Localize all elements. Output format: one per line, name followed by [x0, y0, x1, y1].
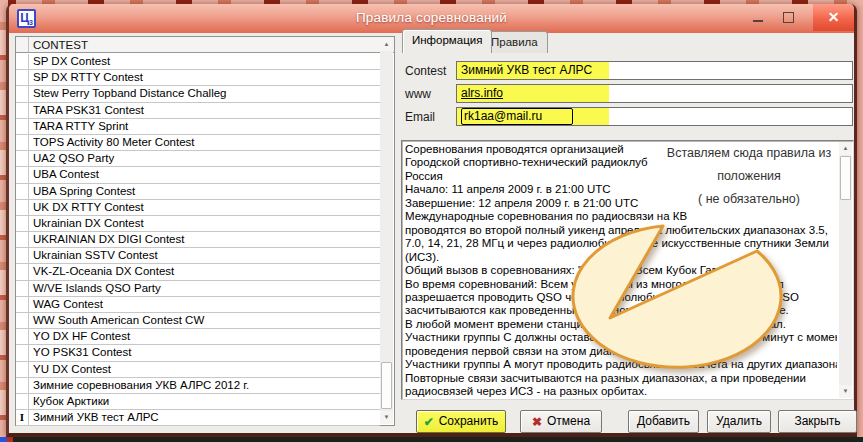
- contest-column-header: CONTEST: [29, 37, 394, 52]
- rules-text: Соревнования проводятся организацией Гор…: [405, 143, 837, 397]
- scroll-up-icon[interactable]: ▲: [380, 38, 393, 51]
- list-item[interactable]: WW South American Contest CW: [16, 313, 380, 329]
- email-input[interactable]: rk1aa@mail.ru: [456, 107, 853, 126]
- list-item[interactable]: TARA PSK31 Contest: [16, 103, 380, 119]
- list-item[interactable]: UK DX RTTY Contest: [16, 200, 380, 216]
- indicator-column-header: [16, 37, 29, 52]
- list-item[interactable]: UBA Spring Contest: [16, 184, 380, 200]
- list-item-label: VK-ZL-Oceania DX Contest: [29, 264, 380, 279]
- row-indicator: [16, 329, 29, 344]
- row-indicator: [16, 394, 29, 409]
- minimize-icon: [753, 20, 763, 22]
- close-dialog-button[interactable]: Закрыть: [778, 410, 857, 433]
- list-item[interactable]: UBA Contest: [16, 167, 380, 183]
- row-indicator: [16, 232, 29, 247]
- list-item-label: SP DX Contest: [29, 54, 380, 69]
- list-item[interactable]: SP DX Contest: [16, 54, 380, 70]
- row-indicator: [16, 200, 29, 215]
- close-button[interactable]: ✕: [813, 4, 854, 31]
- list-item-label: YO PSK31 Contest: [29, 345, 380, 360]
- list-item[interactable]: Stew Perry Topband Distance Challeg: [16, 86, 380, 102]
- cross-icon: ✖: [532, 415, 542, 429]
- row-indicator: [16, 167, 29, 182]
- save-button[interactable]: ✔Сохранить: [416, 410, 506, 433]
- row-indicator: [16, 297, 29, 312]
- list-item[interactable]: TOPS Activity 80 Meter Contest: [16, 135, 380, 151]
- list-item[interactable]: YO DX HF Contest: [16, 329, 380, 345]
- row-indicator: [16, 135, 29, 150]
- list-item[interactable]: I Зимний УКВ тест АЛРС: [16, 410, 380, 426]
- maximize-button[interactable]: [774, 4, 802, 31]
- desktop-pixel-blue: [0, 437, 7, 442]
- list-item-label: TARA PSK31 Contest: [29, 103, 380, 118]
- add-button[interactable]: Добавить: [628, 410, 699, 433]
- list-item-label: UBA Contest: [29, 167, 380, 182]
- cancel-button[interactable]: ✖Отмена: [520, 410, 602, 433]
- contest-input[interactable]: Зимний УКВ тест АЛРС: [456, 61, 853, 80]
- list-item-label: Stew Perry Topband Distance Challeg: [29, 86, 380, 101]
- email-label: Email: [405, 110, 435, 124]
- list-item[interactable]: Кубок Арктики: [16, 394, 380, 410]
- scroll-up-icon[interactable]: ▲: [839, 142, 852, 155]
- row-indicator: [16, 103, 29, 118]
- desktop-background-bottom: [0, 437, 863, 442]
- grid-body: SP DX Contest SP DX RTTY Contest Stew Pe…: [16, 54, 380, 425]
- www-label: www: [405, 87, 431, 101]
- list-item-label: Кубок Арктики: [29, 394, 380, 409]
- grid-scrollbar-thumb[interactable]: [381, 362, 392, 409]
- row-indicator: [16, 378, 29, 393]
- grid-header: CONTEST: [16, 37, 394, 53]
- www-input[interactable]: alrs.info: [456, 84, 853, 103]
- email-value: rk1aa@mail.ru: [461, 108, 573, 125]
- desktop-pixel-red: [7, 437, 13, 442]
- list-item[interactable]: WAG Contest: [16, 297, 380, 313]
- row-indicator: [16, 70, 29, 85]
- delete-button[interactable]: Удалить: [707, 410, 771, 433]
- list-item[interactable]: SP DX RTTY Contest: [16, 70, 380, 86]
- list-item[interactable]: UKRAINIAN DX DIGI Contest: [16, 232, 380, 248]
- list-item-label: TARA RTTY Sprint: [29, 119, 380, 134]
- list-item-label: UA2 QSO Party: [29, 151, 380, 166]
- scroll-down-icon[interactable]: ▼: [380, 411, 393, 424]
- list-item[interactable]: YO PSK31 Contest: [16, 345, 380, 361]
- row-indicator: [16, 362, 29, 377]
- contest-label: Contest: [405, 64, 446, 78]
- close-icon: ✕: [828, 9, 840, 25]
- list-item[interactable]: VK-ZL-Oceania DX Contest: [16, 264, 380, 280]
- list-item[interactable]: Ukrainian DX Contest: [16, 216, 380, 232]
- row-indicator: [16, 313, 29, 328]
- list-item-label: UBA Spring Contest: [29, 184, 380, 199]
- minimize-button[interactable]: [744, 4, 772, 31]
- row-indicator: [16, 281, 29, 296]
- row-indicator: [16, 184, 29, 199]
- list-item[interactable]: Зимние соревнования УКВ АЛРС 2012 г.: [16, 378, 380, 394]
- list-item-label: UKRAINIAN DX DIGI Contest: [29, 232, 380, 247]
- row-indicator: [16, 345, 29, 360]
- memo-scrollbar[interactable]: ▲ ▼: [839, 142, 852, 398]
- rules-textarea[interactable]: Соревнования проводятся организацией Гор…: [401, 140, 854, 400]
- row-indicator: [16, 264, 29, 279]
- list-item-label: WAG Contest: [29, 297, 380, 312]
- grid-scrollbar[interactable]: ▲ ▼: [380, 38, 393, 424]
- row-indicator: [16, 54, 29, 69]
- list-item-label: Зимний УКВ тест АЛРС: [29, 410, 380, 425]
- list-item-label: Ukrainian SSTV Contest: [29, 248, 380, 263]
- list-item[interactable]: W/VE Islands QSO Party: [16, 281, 380, 297]
- scroll-down-icon[interactable]: ▼: [839, 385, 852, 398]
- list-item[interactable]: UA2 QSO Party: [16, 151, 380, 167]
- row-indicator: [16, 216, 29, 231]
- contest-value: Зимний УКВ тест АЛРС: [461, 63, 592, 77]
- row-indicator: [16, 86, 29, 101]
- list-item-label: SP DX RTTY Contest: [29, 70, 380, 85]
- contest-list-grid[interactable]: CONTEST SP DX Contest SP DX RTTY Contest…: [15, 36, 395, 426]
- list-item[interactable]: Ukrainian SSTV Contest: [16, 248, 380, 264]
- list-item[interactable]: TARA RTTY Sprint: [16, 119, 380, 135]
- tab-information[interactable]: Информация: [402, 29, 492, 53]
- list-item[interactable]: YU DX Contest: [16, 362, 380, 378]
- list-item-label: TOPS Activity 80 Meter Contest: [29, 135, 380, 150]
- list-item-label: YU DX Contest: [29, 362, 380, 377]
- row-indicator: I: [16, 410, 29, 425]
- list-item-label: YO DX HF Contest: [29, 329, 380, 344]
- memo-scrollbar-thumb[interactable]: [840, 156, 851, 200]
- list-item-label: Ukrainian DX Contest: [29, 216, 380, 231]
